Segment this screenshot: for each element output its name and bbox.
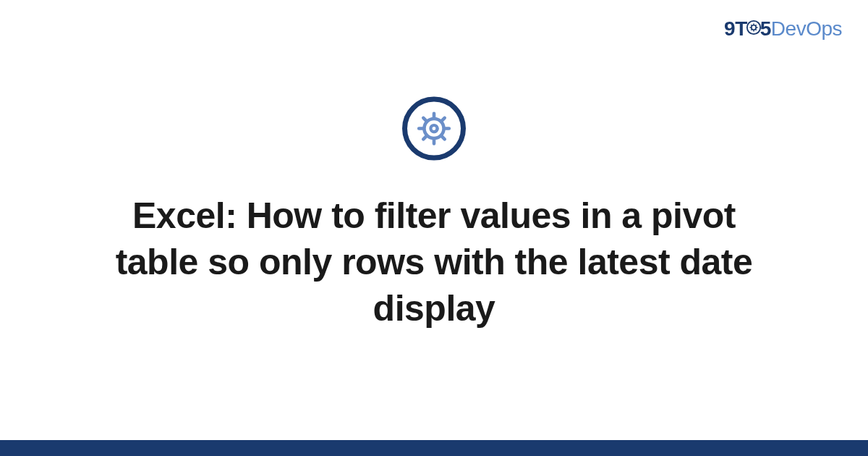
- svg-point-1: [752, 25, 756, 29]
- logo-brand: DevOps: [771, 17, 842, 40]
- main-content: Excel: How to filter values in a pivot t…: [0, 97, 868, 332]
- footer-bar: [0, 440, 868, 456]
- logo-prefix: 9T: [724, 17, 747, 40]
- gear-icon: [746, 17, 762, 41]
- page-title: Excel: How to filter values in a pivot t…: [87, 193, 781, 332]
- svg-point-0: [747, 20, 760, 33]
- site-logo: 9T 5DevOps: [724, 17, 842, 42]
- logo-suffix: 5: [760, 17, 771, 40]
- svg-point-2: [424, 119, 443, 138]
- gear-circle-icon: [402, 97, 466, 161]
